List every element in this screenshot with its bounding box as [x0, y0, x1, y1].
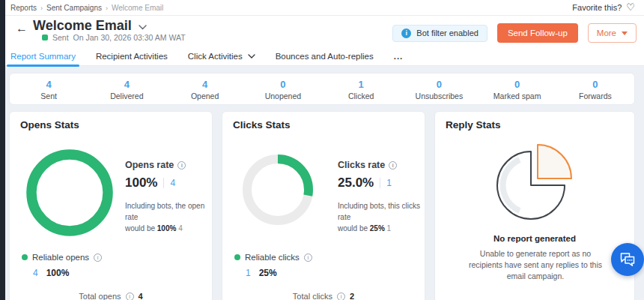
tab-report-summary[interactable]: Report Summary — [10, 46, 76, 66]
note-count: 1 — [387, 224, 392, 232]
note-line2: would be — [125, 224, 155, 232]
tab-label: Click Activities — [188, 52, 243, 61]
info-icon[interactable] — [126, 292, 134, 300]
reliable-clicks-values: 1 25% — [246, 268, 277, 278]
tab-label: Bounces and Auto-replies — [276, 52, 374, 61]
stat-marked-spam[interactable]: 0 Marked spam — [479, 77, 556, 100]
total-clicks-row: Total clicks 2 — [222, 292, 425, 300]
breadcrumb-sent-campaigns[interactable]: Sent Campaigns — [46, 4, 102, 12]
legend-percent: 100% — [46, 268, 70, 278]
rate-value: 25.0% — [338, 176, 374, 190]
stat-delivered[interactable]: 4 Delivered — [88, 77, 165, 100]
clicks-rate-value-row: 25.0% 1 — [338, 176, 423, 190]
opens-bot-note: Including bots, the open rate would be 1… — [125, 200, 210, 234]
info-icon[interactable] — [337, 292, 345, 300]
status-date: On Jan 30, 2026 03:30 AM WAT — [73, 33, 186, 42]
clicks-rate-label-row: Clicks rate — [338, 160, 423, 170]
tab-bar: Report Summary Recipient Activities Clic… — [5, 46, 644, 66]
tab-label: Report Summary — [10, 52, 76, 61]
send-follow-up-button[interactable]: Send Follow-up — [497, 23, 578, 43]
divider — [380, 178, 380, 188]
opens-rate-block: Opens rate 100% 4 Including bots, the op… — [125, 160, 210, 234]
note-bold: 25% — [370, 224, 385, 232]
ellipsis-icon: ... — [394, 52, 404, 61]
back-arrow-icon[interactable]: ← — [16, 22, 28, 35]
total-opens-row: Total opens 4 — [10, 292, 212, 300]
legend-label: Reliable opens — [32, 253, 89, 262]
status-label: Sent — [52, 33, 69, 42]
stat-label: Delivered — [88, 92, 165, 100]
info-icon[interactable] — [304, 254, 312, 262]
stat-clicked[interactable]: 1 Clicked — [322, 77, 400, 100]
rate-label: Clicks rate — [338, 160, 385, 170]
rate-count[interactable]: 4 — [170, 178, 175, 188]
description-line1: Unable to generate report as no — [480, 249, 591, 258]
legend-count[interactable]: 1 — [246, 268, 251, 278]
stat-unsubscribes[interactable]: 0 Unsubscribes — [400, 77, 478, 100]
stat-label: Clicked — [322, 92, 400, 100]
tab-bounces-auto-replies[interactable]: Bounces and Auto-replies — [276, 46, 374, 66]
stat-value: 0 — [556, 79, 634, 90]
opens-stats-card: Opens Stats Opens rate 100% 4 Including … — [9, 111, 213, 300]
chat-support-button[interactable] — [611, 243, 644, 276]
card-title: Reply Stats — [446, 119, 501, 130]
legend-dot-icon — [234, 254, 240, 260]
total-value: 4 — [139, 292, 143, 300]
sent-status-icon — [42, 34, 48, 40]
chat-bubbles-icon — [619, 252, 636, 267]
legend-label: Reliable clicks — [245, 253, 300, 262]
tab-click-activities[interactable]: Click Activities — [188, 46, 255, 66]
chevron-down-icon — [248, 54, 255, 58]
favorite-label: Favorite this? — [572, 3, 622, 12]
breadcrumb-reports[interactable]: Reports — [10, 4, 37, 12]
info-icon[interactable] — [177, 161, 186, 170]
stat-value: 4 — [166, 79, 244, 90]
stat-forwards[interactable]: 0 Forwards — [556, 77, 634, 100]
masthead: Reports › Sent Campaigns › Welcome Email… — [5, 0, 644, 66]
rate-count[interactable]: 1 — [386, 178, 392, 188]
clicks-stats-card: Clicks Stats Clicks rate 25.0% 1 Includi… — [222, 111, 425, 300]
no-report-pie-illustration — [484, 142, 580, 232]
more-button[interactable]: More — [588, 23, 637, 43]
info-icon[interactable] — [94, 254, 102, 262]
stat-label: Unopened — [244, 92, 322, 100]
bot-filter-badge[interactable]: Bot filter enabled — [392, 25, 487, 42]
stat-value: 0 — [244, 79, 322, 90]
stat-label: Forwards — [556, 92, 634, 100]
stat-opened[interactable]: 4 Opened — [166, 77, 244, 100]
stat-label: Marked spam — [479, 92, 556, 100]
breadcrumb-separator: › — [40, 4, 43, 12]
chevron-down-icon[interactable] — [139, 18, 147, 34]
note-count: 4 — [178, 224, 183, 232]
rate-label: Opens rate — [125, 160, 174, 170]
info-icon[interactable] — [389, 161, 397, 170]
note-line1: Including bots, this clicks rate — [338, 202, 420, 221]
opens-rate-value-row: 100% 4 — [125, 176, 210, 190]
legend-count[interactable]: 4 — [33, 268, 38, 278]
stat-value: 4 — [88, 79, 165, 90]
stat-value: 4 — [10, 79, 88, 90]
bot-filter-label: Bot filter enabled — [416, 28, 479, 38]
reliable-opens-values: 4 100% — [33, 268, 69, 278]
description-line3: email campaign. — [507, 272, 564, 280]
reply-stats-card: Reply Stats No report generated Unable t… — [434, 111, 635, 300]
clicks-rate-block: Clicks rate 25.0% 1 Including bots, this… — [338, 160, 423, 234]
divider — [163, 178, 164, 188]
stat-sent[interactable]: 4 Sent — [10, 77, 88, 100]
heart-icon[interactable]: ♡ — [626, 2, 635, 12]
description-line2: recipients have sent any replies to this — [469, 260, 602, 269]
legend-dot-icon — [22, 254, 28, 260]
tab-recipient-activities[interactable]: Recipient Activities — [96, 46, 168, 66]
stat-unopened[interactable]: 0 Unopened — [244, 77, 322, 100]
opens-rate-label-row: Opens rate — [125, 160, 210, 170]
tab-more-ellipsis[interactable]: ... — [394, 46, 404, 66]
stat-label: Unsubscribes — [400, 92, 478, 100]
card-title: Clicks Stats — [233, 119, 291, 130]
summary-stats-card: 4 Sent 4 Delivered 4 Opened 0 Unopened 1… — [9, 73, 635, 105]
breadcrumb-row: Reports › Sent Campaigns › Welcome Email… — [5, 0, 644, 16]
favorite-this[interactable]: Favorite this? ♡ — [572, 2, 635, 12]
breadcrumb-separator: › — [106, 4, 108, 12]
reliable-clicks-legend: Reliable clicks — [234, 253, 312, 262]
collapsed-sidebar-strip[interactable] — [0, 0, 5, 300]
no-report-description: Unable to generate report as no recipien… — [449, 248, 622, 282]
